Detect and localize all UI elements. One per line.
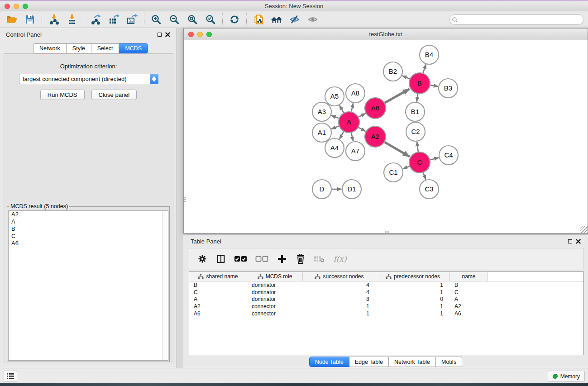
- cell-successor-nodes[interactable]: 8: [303, 296, 376, 302]
- graph-node-C1[interactable]: C1: [384, 163, 403, 182]
- float-table-panel-icon[interactable]: [566, 238, 574, 245]
- show-panel-icon[interactable]: [304, 12, 322, 27]
- zoom-window-button[interactable]: [23, 4, 28, 9]
- graph-edge-A-A2[interactable]: [359, 128, 366, 132]
- optimization-criterion-select[interactable]: largest connected component (directed): [19, 74, 158, 84]
- cell-MCDS-role[interactable]: dominator: [247, 296, 303, 302]
- graph-node-D1[interactable]: D1: [342, 180, 361, 199]
- column-header-name[interactable]: name: [450, 272, 488, 281]
- graph-node-A1[interactable]: A1: [312, 123, 331, 142]
- graph-edge-A-A4[interactable]: [339, 132, 344, 139]
- graph-edge-A-A6[interactable]: [359, 114, 365, 117]
- cell-name[interactable]: A2: [450, 303, 488, 310]
- cell-shared-name[interactable]: A: [189, 296, 247, 302]
- graph-node-B2[interactable]: B2: [383, 62, 402, 81]
- graph-edge-A-A1[interactable]: [331, 126, 339, 129]
- add-column-icon[interactable]: [277, 253, 287, 264]
- zoom-out-icon[interactable]: [165, 12, 183, 27]
- cell-shared-name[interactable]: C: [189, 289, 247, 295]
- table-row[interactable]: Cdominator41C: [189, 289, 583, 296]
- column-header-shared-name[interactable]: shared name: [189, 272, 247, 281]
- tab-network[interactable]: Network: [33, 43, 67, 53]
- deselect-all-checkboxes-icon[interactable]: [255, 253, 269, 264]
- canvas-left-grip[interactable]: [184, 197, 186, 202]
- float-panel-icon[interactable]: [155, 31, 163, 38]
- canvas-bottom-grip[interactable]: [385, 231, 389, 233]
- graph-edge-C-C2[interactable]: [417, 142, 418, 152]
- cell-predecessor-nodes[interactable]: 1: [376, 303, 450, 310]
- graph-node-C3[interactable]: C3: [420, 180, 439, 199]
- open-session-icon[interactable]: [3, 12, 21, 27]
- graph-edge-C-C3[interactable]: [423, 173, 425, 180]
- graph-edge-A-A7[interactable]: [351, 133, 353, 141]
- graph-node-D[interactable]: D: [312, 180, 331, 199]
- column-header-predecessor-nodes[interactable]: predecessor nodes: [376, 272, 450, 281]
- task-history-button[interactable]: [4, 371, 17, 382]
- graph-node-B1[interactable]: B1: [406, 102, 425, 121]
- graph-node-A6[interactable]: A6: [365, 98, 386, 119]
- table-tab-network-table[interactable]: Network Table: [389, 357, 436, 367]
- graph-node-A4[interactable]: A4: [325, 138, 344, 157]
- export-table-icon[interactable]: [105, 12, 123, 27]
- search-input[interactable]: [460, 17, 583, 23]
- cell-MCDS-role[interactable]: dominator: [247, 289, 303, 295]
- table-settings-icon[interactable]: [197, 253, 208, 264]
- cell-successor-nodes[interactable]: 1: [303, 310, 376, 317]
- delete-table-icon[interactable]: [314, 253, 325, 264]
- canvas-resize-grip[interactable]: [580, 226, 588, 233]
- result-list-scrollbar[interactable]: [163, 210, 168, 361]
- cell-MCDS-role[interactable]: connector: [247, 303, 303, 310]
- table-row[interactable]: Bdominator41B: [189, 281, 583, 289]
- apply-layout-icon[interactable]: [225, 12, 244, 27]
- import-table-icon[interactable]: [63, 12, 81, 27]
- table-row[interactable]: A2connector11A2: [189, 303, 583, 310]
- tab-select[interactable]: Select: [91, 43, 120, 53]
- graph-node-A5[interactable]: A5: [325, 87, 344, 106]
- select-all-checkboxes-icon[interactable]: [234, 253, 248, 264]
- run-mcds-button[interactable]: Run MCDS: [40, 90, 85, 100]
- graph-node-A2[interactable]: A2: [365, 126, 386, 147]
- graph-edge-C-C1[interactable]: [403, 167, 410, 169]
- network-from-file-icon[interactable]: [249, 12, 268, 27]
- cell-name[interactable]: A: [450, 296, 488, 302]
- mcds-result-list[interactable]: A2ABCA6: [8, 210, 163, 361]
- mcds-result-item[interactable]: A: [9, 218, 163, 225]
- cell-shared-name[interactable]: B: [189, 282, 247, 288]
- close-table-panel-icon[interactable]: [574, 238, 582, 245]
- graph-edge-A-A5[interactable]: [339, 105, 344, 113]
- cell-predecessor-nodes[interactable]: 1: [376, 282, 450, 288]
- graph-edge-A6-B[interactable]: [385, 89, 409, 103]
- graph-node-C2[interactable]: C2: [406, 122, 425, 141]
- function-builder-icon[interactable]: f(x): [332, 253, 348, 264]
- network-canvas[interactable]: B4B2BB3A5A8A6A3B1AA1C2A2A4A7C4CC1C3DD1: [184, 40, 588, 233]
- graph-edge-B-B2[interactable]: [402, 76, 410, 79]
- table-tab-edge-table[interactable]: Edge Table: [349, 357, 389, 367]
- hide-panels-icon[interactable]: [286, 12, 304, 27]
- import-network-icon[interactable]: [45, 12, 63, 27]
- cell-name[interactable]: C: [450, 289, 488, 295]
- column-header-successor-nodes[interactable]: successor nodes: [303, 272, 376, 281]
- cell-MCDS-role[interactable]: connector: [247, 310, 303, 317]
- zoom-selected-icon[interactable]: [201, 12, 220, 27]
- graph-edge-B-B3[interactable]: [430, 85, 438, 86]
- mcds-result-item[interactable]: B: [9, 225, 163, 233]
- cell-predecessor-nodes[interactable]: 1: [376, 289, 450, 295]
- tab-style[interactable]: Style: [67, 43, 91, 53]
- delete-column-icon[interactable]: [295, 253, 306, 264]
- close-panel-icon[interactable]: [163, 31, 172, 38]
- graph-node-C[interactable]: C: [409, 152, 430, 173]
- cell-MCDS-role[interactable]: dominator: [247, 282, 303, 288]
- close-window-button[interactable]: [5, 4, 10, 9]
- graph-edge-A2-C[interactable]: [385, 142, 410, 157]
- graph-node-B4[interactable]: B4: [420, 45, 439, 64]
- graph-node-A8[interactable]: A8: [346, 84, 365, 103]
- graph-node-C4[interactable]: C4: [439, 146, 458, 165]
- export-network-icon[interactable]: [87, 12, 105, 27]
- home-icon[interactable]: [268, 12, 286, 27]
- column-header-MCDS-role[interactable]: MCDS role: [247, 272, 303, 281]
- graph-edge-B-B1[interactable]: [417, 94, 418, 102]
- panel-columns-icon[interactable]: [215, 253, 226, 264]
- mcds-result-item[interactable]: A2: [9, 211, 163, 218]
- cell-predecessor-nodes[interactable]: 1: [376, 310, 450, 317]
- minimize-window-button[interactable]: [14, 4, 19, 9]
